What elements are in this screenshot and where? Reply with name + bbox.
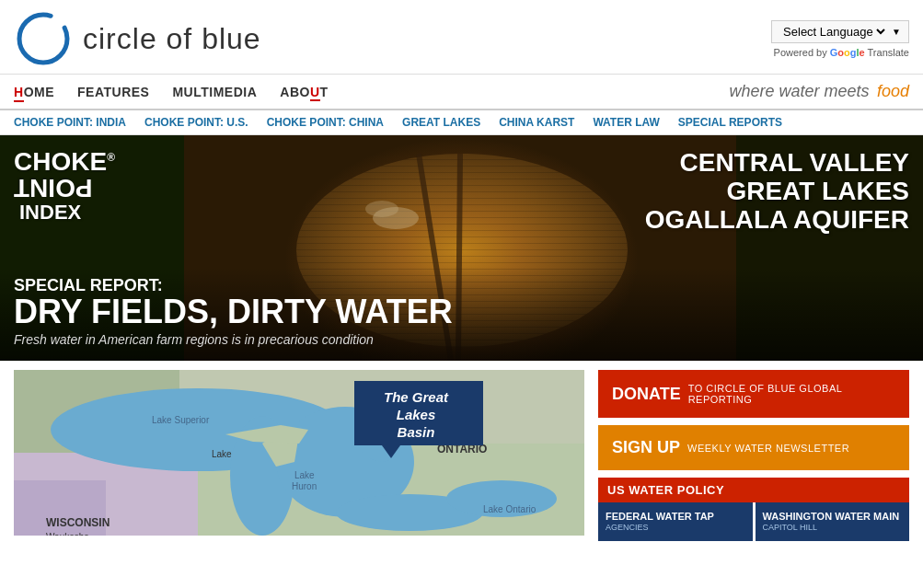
washington-btn-sub: Capitol Hill — [763, 523, 903, 534]
map-svg: WISCONSIN ONTARIO Lake Superior Lake Hur… — [14, 370, 584, 536]
svg-text:Lakes: Lakes — [397, 407, 436, 422]
hero-subheadline: Fresh water in American farm regions is … — [14, 332, 909, 347]
washington-water-main-button[interactable]: WASHINGTON WATER MAIN Capitol Hill — [756, 502, 910, 541]
sec-nav-water-law[interactable]: WATER LAW — [593, 116, 659, 129]
donate-label: DONATE — [612, 385, 681, 404]
site-title: circle of blue — [83, 22, 261, 56]
donate-sub-label: TO CIRCLE OF BLUE GLOBAL REPORTING — [688, 383, 895, 405]
sec-nav-choke-us[interactable]: CHOKE POINT: U.S. — [144, 116, 248, 129]
main-nav-links: HOME FEATURES MULTIMEDIA ABОUT — [14, 85, 329, 99]
svg-text:Basin: Basin — [398, 424, 435, 440]
sec-nav-choke-india[interactable]: CHOKE POINT: INDIA — [14, 116, 126, 129]
header: circle of blue Select Language ▼ Powered… — [0, 0, 923, 75]
hero-bottom-text: SPECIAL REPORT: DRY FIELDS, DIRTY WATER … — [0, 267, 923, 361]
hero-right-line-1: CENTRAL VALLEY — [645, 149, 909, 178]
nav-multimedia[interactable]: MULTIMEDIA — [172, 85, 257, 99]
hero-right-text: CENTRAL VALLEY GREAT LAKES OGALLALA AQUI… — [645, 149, 909, 234]
logo-icon — [14, 9, 74, 69]
svg-text:Lake Superior: Lake Superior — [152, 415, 210, 425]
svg-text:Huron: Huron — [292, 481, 317, 491]
left-column: WISCONSIN ONTARIO Lake Superior Lake Hur… — [14, 370, 584, 541]
sec-nav-special-reports[interactable]: SPECIAL REPORTS — [678, 116, 782, 129]
main-nav: HOME FEATURES MULTIMEDIA ABОUT where wat… — [0, 75, 923, 110]
signup-button[interactable]: SIGN UP WEEKLY WATER NEWSLETTER — [598, 425, 909, 470]
language-selector-container[interactable]: Select Language ▼ — [771, 20, 909, 43]
sec-nav-china-karst[interactable]: CHINA KARST — [499, 116, 574, 129]
nav-about[interactable]: ABОUT — [280, 85, 328, 99]
choke-point-title: CHOKE® POINT INDEX — [14, 149, 115, 225]
water-policy-header: US WATER POLICY — [598, 478, 909, 502]
water-policy-section: US WATER POLICY FEDERAL WATER TAP Agenci… — [598, 478, 909, 541]
sec-nav-choke-china[interactable]: CHOKE POINT: CHINA — [267, 116, 384, 129]
logo-area: circle of blue — [14, 9, 261, 69]
svg-text:Lake: Lake — [294, 470, 315, 480]
great-lakes-map[interactable]: WISCONSIN ONTARIO Lake Superior Lake Hur… — [14, 370, 584, 536]
federal-btn-sub: Agencies — [606, 523, 745, 534]
sec-nav-great-lakes[interactable]: GREAT LAKES — [402, 116, 480, 129]
federal-water-tap-button[interactable]: FEDERAL WATER TAP Agencies — [598, 502, 753, 541]
water-policy-buttons: FEDERAL WATER TAP Agencies WASHINGTON WA… — [598, 502, 909, 541]
nav-features[interactable]: FEATURES — [77, 85, 149, 99]
hero-banner: CHOKE® POINT INDEX CENTRAL VALLEY GREAT … — [0, 135, 923, 361]
signup-label: SIGN UP — [612, 438, 680, 457]
signup-sub-label: WEEKLY WATER NEWSLETTER — [687, 443, 849, 454]
svg-text:Lake Ontario: Lake Ontario — [483, 504, 536, 514]
tagline-food: food — [877, 82, 909, 100]
hero-choke-point-logo: CHOKE® POINT INDEX — [14, 149, 115, 225]
nav-home[interactable]: HOME — [14, 85, 54, 99]
donate-button[interactable]: DONATE TO CIRCLE OF BLUE GLOBAL REPORTIN… — [598, 370, 909, 418]
svg-text:The Great: The Great — [384, 389, 449, 405]
main-content: WISCONSIN ONTARIO Lake Superior Lake Hur… — [0, 361, 923, 550]
hero-right-line-2: GREAT LAKES — [645, 178, 909, 206]
dropdown-arrow-icon: ▼ — [892, 27, 901, 37]
washington-btn-label: WASHINGTON WATER MAIN — [763, 511, 900, 522]
language-select[interactable]: Select Language — [779, 24, 888, 40]
federal-btn-label: FEDERAL WATER TAP — [606, 511, 714, 522]
secondary-nav: CHOKE POINT: INDIA CHOKE POINT: U.S. CHO… — [0, 110, 923, 135]
hero-headline: DRY FIELDS, DIRTY WATER — [14, 295, 909, 329]
tagline: where water meets food — [729, 82, 909, 101]
index-label: INDEX — [19, 201, 115, 225]
google-translate-badge: Powered by Google Translate — [774, 47, 909, 58]
svg-point-0 — [19, 15, 67, 63]
right-column: DONATE TO CIRCLE OF BLUE GLOBAL REPORTIN… — [598, 370, 909, 541]
hero-right-line-3: OGALLALA AQUIFER — [645, 206, 909, 235]
svg-text:Waukesha: Waukesha — [46, 532, 89, 536]
svg-text:Lake: Lake — [212, 449, 232, 459]
header-right: Select Language ▼ Powered by Google Tran… — [771, 20, 909, 58]
svg-text:WISCONSIN: WISCONSIN — [46, 516, 110, 529]
